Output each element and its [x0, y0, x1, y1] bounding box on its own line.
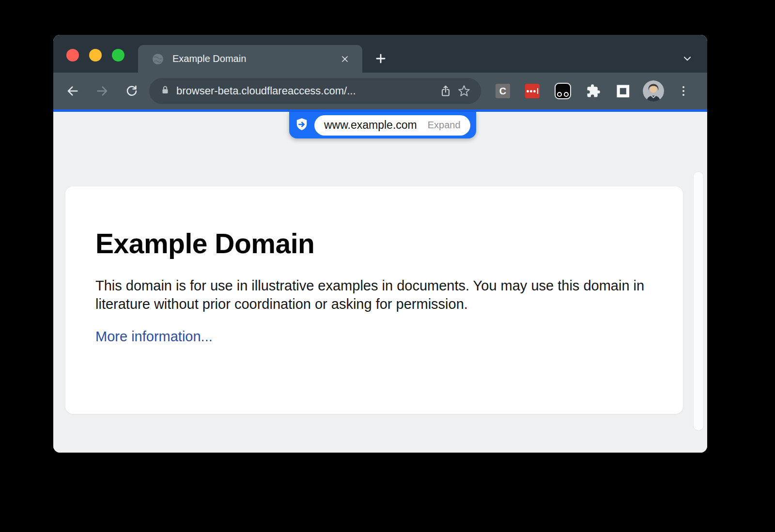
- extensions-puzzle-icon[interactable]: [586, 84, 601, 98]
- lock-icon[interactable]: [160, 85, 170, 97]
- browser-toolbar: browser-beta.cloudflareaccess.com/... C: [53, 73, 707, 109]
- goggles-extension-icon[interactable]: [555, 83, 571, 99]
- content-card: Example Domain This domain is for use in…: [65, 186, 683, 414]
- window-zoom-button[interactable]: [112, 49, 124, 61]
- isolation-domain-chip[interactable]: www.example.com Expand: [314, 115, 470, 136]
- profile-avatar[interactable]: [643, 80, 664, 102]
- page-viewport: www.example.com Expand Example Domain Th…: [53, 112, 707, 453]
- isolation-domain-pill[interactable]: www.example.com Expand: [289, 112, 476, 138]
- tab-search-chevron-icon[interactable]: [680, 52, 695, 65]
- expand-button[interactable]: Expand: [428, 120, 461, 131]
- back-button[interactable]: [62, 80, 83, 102]
- globe-favicon-icon: [152, 53, 164, 65]
- shield-arrow-icon: [294, 117, 309, 134]
- side-panel-icon[interactable]: [616, 84, 630, 98]
- url-text[interactable]: browser-beta.cloudflareaccess.com/...: [176, 85, 436, 97]
- reload-button[interactable]: [121, 80, 142, 102]
- new-tab-button[interactable]: [371, 48, 391, 69]
- forward-button[interactable]: [92, 80, 113, 102]
- browser-window: Example Domain: [53, 35, 707, 453]
- lastpass-extension-icon[interactable]: [525, 84, 540, 98]
- vertical-scrollbar-thumb[interactable]: [694, 172, 703, 430]
- page-title: Example Domain: [95, 228, 649, 260]
- share-icon[interactable]: [436, 82, 455, 100]
- window-close-button[interactable]: [66, 49, 79, 61]
- tab-close-icon[interactable]: [337, 51, 353, 67]
- window-controls: [66, 49, 124, 61]
- extensions-row: C: [496, 83, 630, 99]
- c-extension-icon[interactable]: C: [496, 84, 510, 98]
- browser-tab[interactable]: Example Domain: [138, 45, 362, 73]
- bookmark-star-icon[interactable]: [455, 82, 473, 100]
- more-information-link[interactable]: More information...: [95, 329, 213, 345]
- tab-strip: Example Domain: [53, 35, 707, 73]
- chrome-menu-kebab-icon[interactable]: [675, 80, 692, 102]
- address-bar[interactable]: browser-beta.cloudflareaccess.com/...: [149, 78, 481, 104]
- isolated-domain-text: www.example.com: [324, 119, 417, 132]
- window-minimize-button[interactable]: [89, 49, 102, 61]
- desktop-background: Example Domain: [0, 0, 775, 532]
- page-paragraph: This domain is for use in illustrative e…: [95, 276, 649, 314]
- tab-title: Example Domain: [172, 53, 337, 64]
